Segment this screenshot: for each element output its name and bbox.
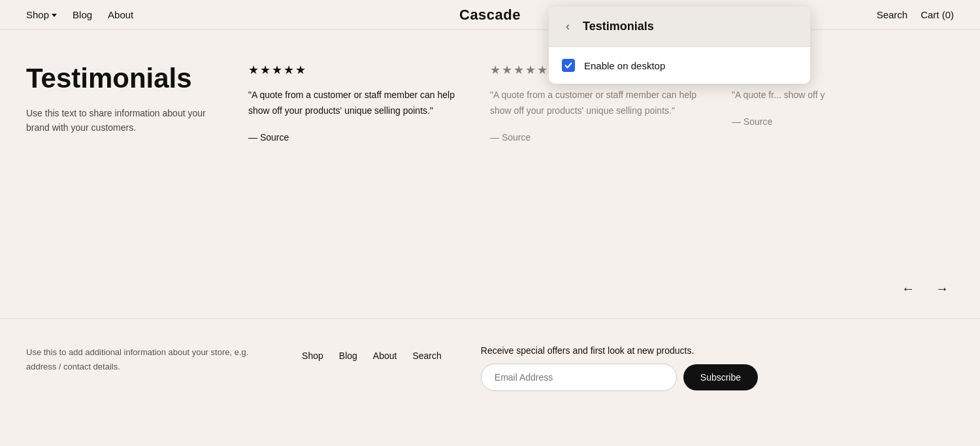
popup-back-button[interactable]: ‹ xyxy=(562,18,574,35)
back-icon: ‹ xyxy=(566,20,570,33)
shop-label: Shop xyxy=(26,9,49,20)
source-1: — Source xyxy=(248,132,470,143)
testimonial-card-1: ★★★★★ "A quote from a customer or staff … xyxy=(248,63,470,252)
brand-name: Cascade xyxy=(459,7,521,24)
footer-info-text: Use this to add additional information a… xyxy=(26,345,263,374)
footer: Use this to add additional information a… xyxy=(0,318,980,417)
search-link[interactable]: Search xyxy=(877,9,908,20)
enable-desktop-checkbox[interactable] xyxy=(562,59,575,72)
footer-subscribe: Receive special offers and first look at… xyxy=(481,345,954,391)
quote-2: "A quote from a customer or staff member… xyxy=(490,88,712,119)
source-2: — Source xyxy=(490,132,712,143)
footer-nav: Shop Blog About Search xyxy=(302,345,442,361)
next-arrow[interactable]: → xyxy=(930,279,954,299)
main-nav: Shop Blog About Cascade Search Cart (0) xyxy=(0,0,980,30)
main-content: Testimonials Use this text to share info… xyxy=(0,30,980,279)
testimonials-popup: ‹ Testimonials Enable on desktop xyxy=(549,7,810,84)
testimonials-carousel: ★★★★★ "A quote from a customer or staff … xyxy=(248,63,954,252)
subscribe-form: Subscribe xyxy=(481,364,954,391)
footer-info: Use this to add additional information a… xyxy=(26,345,263,374)
popup-title: Testimonials xyxy=(583,20,654,33)
popup-option: Enable on desktop xyxy=(562,59,797,72)
quote-3: "A quote fr... show off y xyxy=(732,88,954,103)
footer-about-link[interactable]: About xyxy=(373,348,397,361)
testimonial-card-2: ★★★★★ "A quote from a customer or staff … xyxy=(490,63,712,252)
about-link[interactable]: About xyxy=(108,9,133,20)
footer-blog-link[interactable]: Blog xyxy=(339,348,357,361)
quote-1: "A quote from a customer or staff member… xyxy=(248,88,470,119)
stars-1: ★★★★★ xyxy=(248,63,470,77)
enable-desktop-label: Enable on desktop xyxy=(584,60,665,71)
source-3: — Source xyxy=(732,116,954,127)
prev-arrow[interactable]: ← xyxy=(896,279,920,299)
email-input[interactable] xyxy=(481,364,677,391)
blog-link[interactable]: Blog xyxy=(73,9,92,20)
checkmark-icon xyxy=(564,61,572,69)
popup-header: ‹ Testimonials xyxy=(549,7,810,47)
shop-dropdown[interactable]: Shop xyxy=(26,9,57,20)
nav-left: Shop Blog About xyxy=(26,9,133,20)
testimonials-subtext: Use this text to share information about… xyxy=(26,106,222,135)
cart-link[interactable]: Cart (0) xyxy=(921,9,954,20)
subscribe-text: Receive special offers and first look at… xyxy=(481,345,954,356)
footer-search-link[interactable]: Search xyxy=(412,348,441,361)
footer-shop-link[interactable]: Shop xyxy=(302,348,323,361)
testimonial-card-3: ★★★★★ "A quote fr... show off y — Source xyxy=(732,63,954,252)
subscribe-button[interactable]: Subscribe xyxy=(683,364,758,390)
popup-body: Enable on desktop xyxy=(549,47,810,84)
carousel-nav: ← → xyxy=(0,279,980,318)
chevron-down-icon xyxy=(52,14,57,17)
nav-right: Search Cart (0) xyxy=(877,9,954,20)
testimonials-heading: Testimonials xyxy=(26,63,222,94)
testimonials-header: Testimonials Use this text to share info… xyxy=(26,63,248,252)
